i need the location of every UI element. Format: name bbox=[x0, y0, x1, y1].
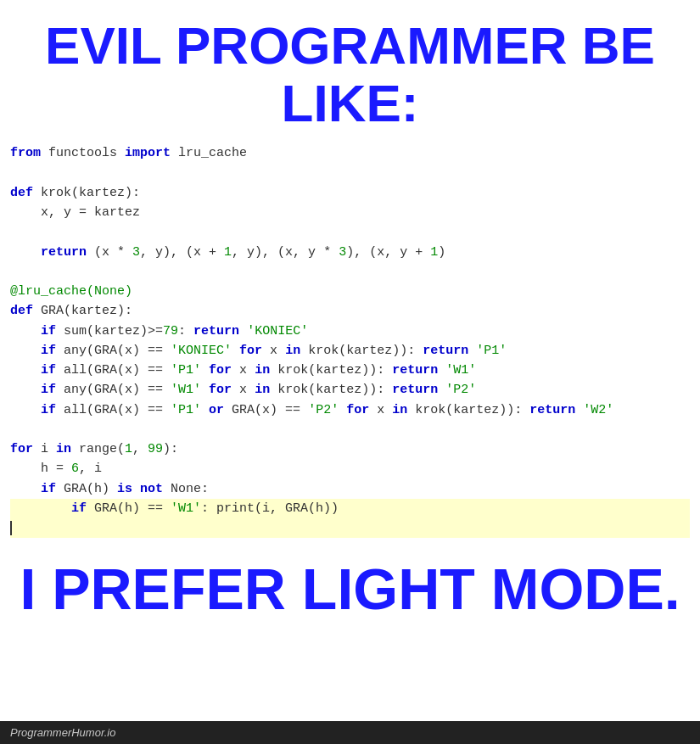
code-line-15 bbox=[10, 420, 690, 439]
code-line-13: if any(GRA(x) == 'W1' for x in krok(kart… bbox=[10, 380, 690, 400]
code-line-3: def krok(kartez): bbox=[10, 183, 690, 203]
code-line-10: if sum(kartez)>=79: return 'KONIEC' bbox=[10, 322, 690, 341]
main-content: EVIL PROGRAMMER BE LIKE: from functools … bbox=[0, 0, 700, 721]
code-line-2 bbox=[10, 164, 690, 183]
code-line-4: x, y = kartez bbox=[10, 203, 690, 222]
code-line-8: @lru_cache(None) bbox=[10, 282, 690, 301]
bottom-text: I PREFER LIGHT MODE. bbox=[0, 545, 700, 638]
code-line-9: def GRA(kartez): bbox=[10, 301, 690, 321]
code-line-7 bbox=[10, 262, 690, 282]
code-line-11: if any(GRA(x) == 'KONIEC' for x in krok(… bbox=[10, 341, 690, 361]
code-block: from functools import lru_cache def krok… bbox=[0, 137, 700, 545]
code-line-17: h = 6, i bbox=[10, 459, 690, 478]
code-line-18: if GRA(h) is not None: bbox=[10, 479, 690, 499]
footer: ProgrammerHumor.io bbox=[0, 721, 700, 744]
code-line-6: return (x * 3, y), (x + 1, y), (x, y * 3… bbox=[10, 243, 690, 262]
code-line-5 bbox=[10, 222, 690, 242]
code-line-19: if GRA(h) == 'W1': print(i, GRA(h)) bbox=[10, 499, 690, 518]
code-line-12: if all(GRA(x) == 'P1' for x in krok(kart… bbox=[10, 361, 690, 380]
footer-text: ProgrammerHumor.io bbox=[10, 726, 116, 739]
code-line-16: for i in range(1, 99): bbox=[10, 439, 690, 459]
code-line-1: from functools import lru_cache bbox=[10, 143, 690, 163]
page-title: EVIL PROGRAMMER BE LIKE: bbox=[0, 8, 700, 137]
code-line-14: if all(GRA(x) == 'P1' or GRA(x) == 'P2' … bbox=[10, 400, 690, 420]
code-line-cursor bbox=[10, 518, 690, 538]
